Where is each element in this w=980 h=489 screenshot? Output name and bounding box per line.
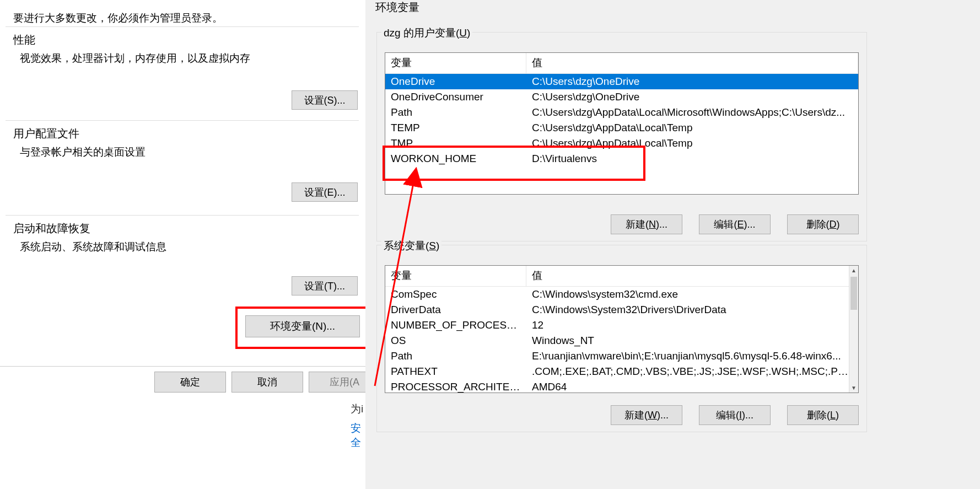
- cell-value: E:\ruanjian\vmware\bin\;E:\ruanjian\mysq…: [526, 348, 858, 364]
- cell-variable: TMP: [385, 136, 526, 151]
- table-row[interactable]: OSWindows_NT: [385, 333, 858, 348]
- cell-value: AMD64: [526, 379, 858, 393]
- list-header: 变量 值: [385, 266, 858, 287]
- cell-value: .COM;.EXE;.BAT;.CMD;.VBS;.VBE;.JS;.JSE;.…: [526, 364, 858, 379]
- performance-desc: 视觉效果，处理器计划，内存使用，以及虚拟内存: [20, 51, 250, 66]
- cell-variable: NUMBER_OF_PROCESSORS: [385, 318, 526, 333]
- system-variables-list[interactable]: 变量 值 ▲ ▼ ComSpecC:\Windows\system32\cmd.…: [385, 265, 859, 393]
- cell-variable: OS: [385, 333, 526, 348]
- cell-variable: PATHEXT: [385, 364, 526, 379]
- user-delete-button[interactable]: 删除(D): [787, 214, 859, 234]
- column-variable[interactable]: 变量: [385, 53, 526, 73]
- performance-settings-button[interactable]: 设置(S)...: [292, 90, 358, 110]
- user-variables-fieldset: dzg 的用户变量(U) 变量 值 OneDriveC:\Users\dzg\O…: [376, 32, 867, 241]
- performance-group: 性能 视觉效果，处理器计划，内存使用，以及虚拟内存 设置(S)...: [6, 26, 359, 120]
- ok-button[interactable]: 确定: [154, 372, 226, 393]
- dialog-title: 环境变量: [375, 0, 419, 15]
- user-variables-legend: dzg 的用户变量(U): [381, 26, 472, 40]
- table-row[interactable]: OneDriveConsumerC:\Users\dzg\OneDrive: [385, 89, 858, 105]
- user-profile-group: 用户配置文件 与登录帐户相关的桌面设置 设置(E)...: [6, 120, 359, 215]
- scroll-down-icon[interactable]: ▼: [849, 383, 858, 393]
- cell-variable: OneDrive: [385, 74, 526, 89]
- cropped-text-link: 安全: [351, 421, 365, 450]
- cell-value: Windows_NT: [526, 333, 858, 348]
- column-value[interactable]: 值: [526, 53, 858, 73]
- user-profile-title: 用户配置文件: [13, 126, 79, 141]
- scroll-thumb[interactable]: [850, 277, 857, 310]
- scroll-up-icon[interactable]: ▲: [849, 266, 858, 275]
- admin-note: 要进行大多数更改，你必须作为管理员登录。: [13, 11, 223, 25]
- cropped-text: 为i: [351, 402, 363, 416]
- cell-value: C:\Users\dzg\AppData\Local\Temp: [526, 120, 858, 136]
- system-variables-fieldset: 系统变量(S) 变量 值 ▲ ▼ ComSpecC:\Windows\syste…: [376, 245, 867, 432]
- dialog-buttons: 确定 取消 应用(A: [154, 372, 380, 393]
- cell-value: C:\Users\dzg\AppData\Local\Microsoft\Win…: [526, 105, 858, 120]
- cell-value: C:\Windows\System32\Drivers\DriverData: [526, 302, 858, 318]
- system-new-button[interactable]: 新建(W)...: [611, 405, 682, 425]
- startup-recovery-group: 启动和故障恢复 系统启动、系统故障和调试信息 设置(T)...: [6, 215, 359, 309]
- table-row[interactable]: PathC:\Users\dzg\AppData\Local\Microsoft…: [385, 105, 858, 120]
- table-row[interactable]: PROCESSOR_ARCHITECTUREAMD64: [385, 379, 858, 393]
- performance-title: 性能: [13, 33, 35, 47]
- cell-variable: OneDriveConsumer: [385, 89, 526, 105]
- list-header: 变量 值: [385, 53, 858, 74]
- user-new-button[interactable]: 新建(N)...: [611, 214, 682, 234]
- cell-value: 12: [526, 318, 858, 333]
- table-row[interactable]: NUMBER_OF_PROCESSORS12: [385, 318, 858, 333]
- user-profile-settings-button[interactable]: 设置(E)...: [292, 182, 358, 202]
- column-variable[interactable]: 变量: [385, 266, 526, 286]
- column-value[interactable]: 值: [526, 266, 858, 286]
- environment-variables-button[interactable]: 环境变量(N)...: [245, 315, 360, 337]
- table-row[interactable]: OneDriveC:\Users\dzg\OneDrive: [385, 74, 858, 89]
- cell-variable: Path: [385, 348, 526, 364]
- system-edit-button[interactable]: 编辑(I)...: [699, 405, 771, 425]
- system-properties-panel: 要进行大多数更改，你必须作为管理员登录。 性能 视觉效果，处理器计划，内存使用，…: [0, 0, 365, 489]
- scrollbar[interactable]: ▲ ▼: [849, 266, 858, 393]
- user-edit-button[interactable]: 编辑(E)...: [699, 214, 771, 234]
- cell-variable: DriverData: [385, 302, 526, 318]
- table-row[interactable]: PATHEXT.COM;.EXE;.BAT;.CMD;.VBS;.VBE;.JS…: [385, 364, 858, 379]
- table-row[interactable]: WORKON_HOMED:\Virtualenvs: [385, 151, 858, 166]
- cell-variable: TEMP: [385, 120, 526, 136]
- cell-variable: ComSpec: [385, 287, 526, 302]
- user-var-buttons: 新建(N)... 编辑(E)... 删除(D): [611, 214, 859, 234]
- cell-variable: PROCESSOR_ARCHITECTURE: [385, 379, 526, 393]
- table-row[interactable]: TEMPC:\Users\dzg\AppData\Local\Temp: [385, 120, 858, 136]
- startup-recovery-title: 启动和故障恢复: [13, 221, 90, 236]
- system-var-buttons: 新建(W)... 编辑(I)... 删除(L): [611, 405, 859, 425]
- startup-recovery-desc: 系统启动、系统故障和调试信息: [20, 240, 166, 254]
- cancel-button[interactable]: 取消: [231, 372, 303, 393]
- user-profile-desc: 与登录帐户相关的桌面设置: [20, 145, 146, 159]
- table-row[interactable]: DriverDataC:\Windows\System32\Drivers\Dr…: [385, 302, 858, 318]
- startup-recovery-settings-button[interactable]: 设置(T)...: [292, 276, 358, 295]
- environment-variables-dialog: 环境变量 dzg 的用户变量(U) 变量 值 OneDriveC:\Users\…: [365, 0, 980, 489]
- table-row[interactable]: PathE:\ruanjian\vmware\bin\;E:\ruanjian\…: [385, 348, 858, 364]
- system-variables-legend: 系统变量(S): [381, 239, 441, 253]
- user-variables-list[interactable]: 变量 值 OneDriveC:\Users\dzg\OneDriveOneDri…: [385, 52, 859, 195]
- cell-variable: Path: [385, 105, 526, 120]
- cell-value: D:\Virtualenvs: [526, 151, 858, 166]
- cell-value: C:\Users\dzg\OneDrive: [526, 74, 858, 89]
- system-delete-button[interactable]: 删除(L): [787, 405, 859, 425]
- cell-value: C:\Windows\system32\cmd.exe: [526, 287, 858, 302]
- separator: [0, 366, 365, 367]
- cell-variable: WORKON_HOME: [385, 151, 526, 166]
- cell-value: C:\Users\dzg\AppData\Local\Temp: [526, 136, 858, 151]
- table-row[interactable]: ComSpecC:\Windows\system32\cmd.exe: [385, 287, 858, 302]
- table-row[interactable]: TMPC:\Users\dzg\AppData\Local\Temp: [385, 136, 858, 151]
- cell-value: C:\Users\dzg\OneDrive: [526, 89, 858, 105]
